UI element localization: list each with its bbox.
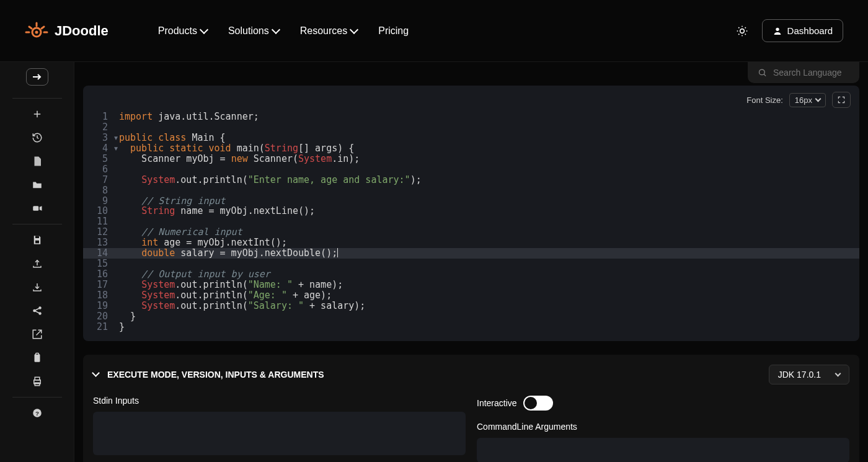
nav-pricing-label: Pricing (378, 25, 409, 37)
line-number: 1 (83, 112, 113, 122)
language-search[interactable] (748, 62, 859, 83)
print-icon (32, 376, 43, 387)
stdin-column: Stdin Inputs (93, 396, 466, 462)
line-number: 5 (83, 154, 113, 164)
print-button[interactable] (25, 370, 50, 393)
line-number: 8 (83, 185, 113, 196)
line-number: 17 (83, 280, 113, 290)
svg-point-1 (35, 30, 38, 33)
divider (12, 397, 62, 398)
folder-icon (32, 179, 43, 190)
main-nav: Products Solutions Resources Pricing (158, 25, 409, 37)
upload-icon (32, 258, 43, 269)
interactive-row: Interactive (477, 396, 849, 411)
history-button[interactable] (25, 126, 50, 149)
cmdline-label: CommandLine Arguments (477, 422, 849, 432)
nav-products[interactable]: Products (158, 25, 207, 37)
arrow-right-icon (32, 73, 42, 81)
svg-line-12 (738, 27, 739, 28)
user-icon (773, 26, 782, 36)
line-number: 21 (83, 322, 113, 332)
share-button[interactable] (25, 299, 50, 322)
fullscreen-button[interactable] (832, 92, 851, 108)
dashboard-label: Dashboard (787, 25, 833, 36)
search-icon (758, 67, 767, 78)
toggle-knob (525, 397, 537, 409)
theme-toggle-icon[interactable] (736, 25, 748, 37)
svg-rect-33 (35, 353, 38, 355)
export-button[interactable] (25, 322, 50, 346)
history-icon (32, 132, 43, 143)
left-sidebar: ? (0, 62, 74, 462)
cmdline-input[interactable] (477, 438, 849, 462)
jdk-version-select[interactable]: JDK 17.0.1 (769, 365, 849, 384)
chevron-down-icon (92, 369, 100, 377)
svg-marker-21 (39, 206, 42, 211)
interactive-label: Interactive (477, 398, 517, 408)
line-number: 2 (83, 122, 113, 133)
folder-button[interactable] (25, 173, 50, 197)
save-button[interactable] (25, 228, 50, 252)
editor-toolbar: Font Size: 16px (83, 86, 859, 112)
nav-resources-label: Resources (300, 25, 347, 37)
file-icon (32, 156, 43, 167)
file-button[interactable] (25, 149, 50, 173)
stdin-input[interactable] (93, 412, 466, 455)
execute-panel: EXECUTE MODE, VERSION, INPUTS & ARGUMENT… (83, 355, 859, 462)
execute-title: EXECUTE MODE, VERSION, INPUTS & ARGUMENT… (107, 370, 324, 380)
line-number: 6 (83, 164, 113, 175)
line-number: 11 (83, 216, 113, 227)
chevron-down-icon (200, 25, 208, 34)
interactive-toggle[interactable] (523, 396, 553, 411)
svg-rect-35 (35, 377, 40, 380)
main: ? Font Size: 16px (0, 62, 868, 462)
line-number: 20 (83, 311, 113, 322)
content-area: Font Size: 16px 1 import java.util.Scann… (74, 62, 868, 462)
app-header: JDoodle Products Solutions Resources Pri… (0, 0, 868, 62)
chevron-down-icon (350, 25, 358, 34)
share-icon (32, 305, 43, 316)
nav-solutions-label: Solutions (228, 25, 269, 37)
svg-line-31 (36, 330, 41, 335)
new-file-button[interactable] (25, 102, 50, 126)
nav-pricing[interactable]: Pricing (378, 25, 409, 37)
svg-point-16 (776, 27, 779, 30)
clipboard-icon (32, 352, 43, 363)
svg-line-4 (42, 27, 44, 29)
upload-button[interactable] (25, 252, 50, 275)
line-number: 14 (83, 248, 113, 259)
nav-resources[interactable]: Resources (300, 25, 357, 37)
nav-solutions[interactable]: Solutions (228, 25, 279, 37)
sidebar-expand-button[interactable] (26, 68, 48, 86)
execute-body: Stdin Inputs Interactive CommandLine Arg… (93, 396, 849, 462)
line-number: 13 (83, 238, 113, 248)
svg-line-13 (745, 33, 745, 34)
svg-line-14 (738, 33, 739, 34)
line-number: 7 (83, 175, 113, 185)
help-button[interactable]: ? (25, 401, 50, 425)
download-icon (32, 282, 43, 293)
clipboard-button[interactable] (25, 346, 50, 370)
line-number: 12 (83, 227, 113, 238)
language-search-input[interactable] (773, 68, 849, 78)
download-button[interactable] (25, 275, 50, 299)
svg-rect-23 (35, 241, 39, 244)
line-number: 18 (83, 290, 113, 301)
plus-icon (32, 109, 43, 120)
svg-line-29 (35, 308, 39, 310)
svg-line-15 (745, 27, 745, 28)
svg-text:?: ? (35, 410, 39, 417)
font-size-select[interactable]: 16px (789, 93, 826, 107)
code-editor[interactable]: 1 import java.util.Scanner; 2 3▾public c… (83, 112, 859, 341)
svg-rect-22 (35, 236, 39, 238)
execute-header[interactable]: EXECUTE MODE, VERSION, INPUTS & ARGUMENT… (93, 365, 849, 384)
svg-point-7 (740, 29, 744, 33)
line-number: 4 (83, 143, 113, 154)
line-number: 15 (83, 259, 113, 269)
dashboard-button[interactable]: Dashboard (762, 19, 843, 42)
brand-logo[interactable]: JDoodle (25, 22, 108, 40)
video-button[interactable] (25, 197, 50, 220)
chevron-down-icon (815, 96, 822, 102)
export-icon (32, 329, 43, 340)
svg-rect-20 (33, 206, 38, 211)
